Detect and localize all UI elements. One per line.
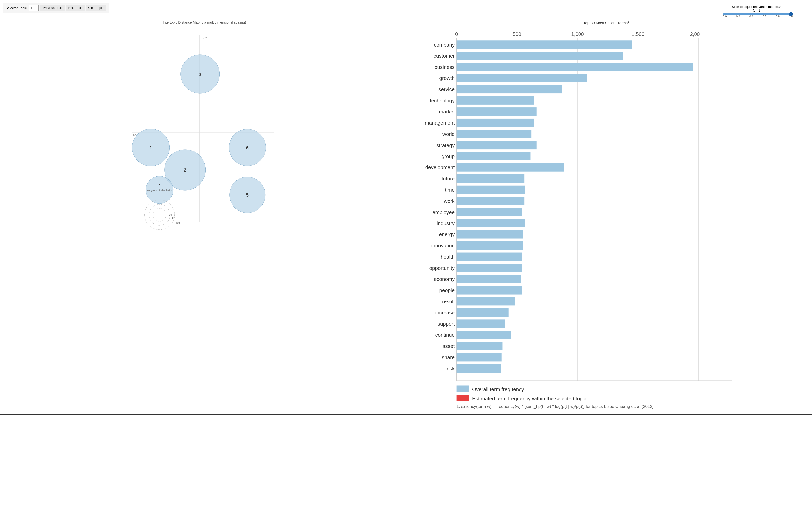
bar-people	[456, 286, 521, 295]
svg-text:growth: growth	[439, 75, 454, 81]
svg-text:support: support	[437, 321, 454, 327]
bar-chart-area: 0 500 1,000 1,500 2,00	[406, 27, 807, 409]
bar-industry	[456, 219, 525, 227]
bar-time	[456, 186, 525, 194]
bar-chart-svg: 0 500 1,000 1,500 2,00	[406, 27, 807, 409]
svg-text:customer: customer	[433, 53, 454, 59]
bar-growth	[456, 74, 587, 82]
next-topic-button[interactable]: Next Topic	[66, 5, 85, 11]
svg-text:innovation: innovation	[431, 243, 454, 249]
map-svg-container: PC2 PC1 1 2 3 4 Marginal t	[5, 26, 404, 409]
svg-text:service: service	[438, 87, 454, 92]
legend-estimated-box	[456, 395, 469, 402]
bar-support	[456, 319, 505, 328]
topic-label-3: 3	[199, 72, 201, 77]
legend-overall-label: Overall term frequency	[472, 387, 524, 392]
svg-text:share: share	[441, 354, 454, 360]
bar-share	[456, 353, 502, 362]
svg-text:2,00: 2,00	[690, 31, 700, 37]
topic-label-1: 1	[150, 145, 152, 150]
svg-text:result: result	[442, 299, 454, 304]
chart-title: Top-30 Most Salient Terms1	[406, 20, 807, 25]
bar-group	[456, 152, 530, 161]
slider-title-text: Slide to adjust relevance metric:	[732, 5, 778, 9]
svg-text:opportunity: opportunity	[429, 265, 454, 271]
topic-label-5: 5	[246, 193, 249, 198]
left-panel: Intertopic Distance Map (via multidimens…	[3, 18, 406, 412]
svg-text:energy: energy	[439, 231, 454, 237]
svg-text:continue: continue	[435, 332, 454, 337]
svg-text:industry: industry	[437, 220, 455, 226]
marginal-label: Marginal topic distribution	[147, 189, 172, 192]
bar-service	[456, 85, 562, 93]
slider-panel: Slide to adjust relevance metric: (2) λ …	[709, 5, 804, 18]
bar-employee	[456, 208, 521, 216]
marginal-circle-2pct	[153, 208, 166, 221]
bar-energy	[456, 230, 523, 239]
bar-work	[456, 197, 524, 205]
bar-increase	[456, 308, 508, 317]
bar-future	[456, 175, 524, 183]
bar-health	[456, 253, 521, 261]
bar-asset	[456, 342, 503, 350]
bar-innovation	[456, 241, 523, 250]
bar-world	[456, 130, 531, 138]
svg-text:asset: asset	[442, 343, 454, 349]
svg-text:500: 500	[513, 31, 521, 37]
map-title: Intertopic Distance Map (via multidimens…	[163, 20, 246, 25]
bar-risk	[456, 364, 501, 373]
svg-text:time: time	[445, 187, 454, 193]
lambda-label: λ = 1	[753, 9, 760, 13]
svg-text:management: management	[424, 120, 454, 125]
topic-label-4: 4	[158, 183, 161, 187]
bar-technology	[456, 96, 534, 105]
bar-development	[456, 163, 564, 172]
controls-panel: Selected Topic: Previous Topic Next Topi…	[3, 3, 109, 13]
bar-market	[456, 107, 536, 116]
bar-customer	[456, 51, 623, 60]
prev-topic-button[interactable]: Previous Topic	[40, 5, 65, 11]
svg-text:business: business	[434, 64, 454, 70]
bar-opportunity	[456, 264, 521, 272]
topic-label-2: 2	[184, 168, 186, 173]
legend-overall-box	[456, 386, 469, 392]
svg-text:health: health	[440, 254, 454, 260]
svg-text:company: company	[434, 42, 454, 48]
topic-input[interactable]	[29, 5, 39, 11]
svg-text:work: work	[443, 198, 454, 204]
svg-text:strategy: strategy	[436, 142, 455, 148]
bar-business	[456, 63, 693, 71]
pc2-label: PC2	[202, 36, 207, 40]
clear-topic-button[interactable]: Clear Topic	[86, 5, 106, 11]
slider-tick-labels: 0.00.20.40.60.81.0	[723, 15, 793, 18]
footnote-1: 1. saliency(term w) = frequency(w) * [su…	[456, 404, 654, 409]
svg-text:group: group	[441, 153, 454, 159]
intertopic-map-svg: PC2 PC1 1 2 3 4 Marginal t	[5, 26, 404, 230]
svg-text:world: world	[442, 131, 454, 137]
svg-text:future: future	[441, 176, 454, 181]
slider-footnote: (2)	[778, 6, 781, 9]
svg-text:people: people	[439, 287, 454, 293]
bar-company	[456, 40, 632, 49]
svg-text:employee: employee	[432, 209, 454, 215]
svg-text:technology: technology	[430, 98, 454, 103]
svg-text:0: 0	[455, 31, 458, 37]
svg-text:economy: economy	[434, 276, 454, 282]
bar-continue	[456, 331, 511, 339]
legend-estimated-label: Estimated term frequency within the sele…	[472, 396, 586, 402]
svg-text:market: market	[439, 109, 454, 115]
selected-topic-label: Selected Topic:	[6, 6, 28, 10]
right-panel: Top-30 Most Salient Terms1 0 500 1,000 1…	[406, 18, 809, 412]
topic-label-6: 6	[246, 145, 249, 150]
bar-strategy	[456, 141, 536, 150]
marginal-10pct-label: 10%	[176, 221, 181, 224]
svg-text:risk: risk	[447, 365, 455, 371]
marginal-circle-5pct	[149, 204, 170, 225]
bar-management	[456, 119, 534, 127]
svg-text:1,000: 1,000	[571, 31, 584, 37]
bar-result	[456, 297, 514, 306]
svg-text:1,500: 1,500	[632, 31, 644, 37]
svg-text:development: development	[425, 164, 454, 170]
chart-footnote: 1	[628, 20, 629, 23]
marginal-5pct-label: 5%	[172, 216, 176, 219]
